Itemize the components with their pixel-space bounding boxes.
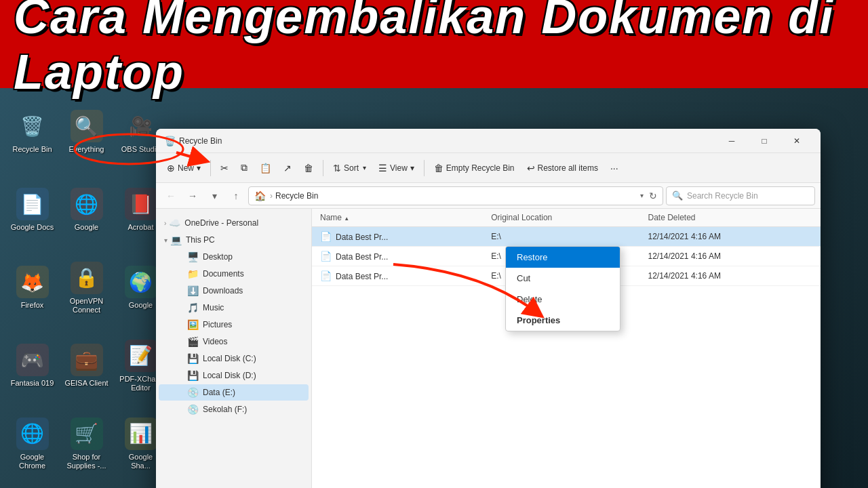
context-menu-item-delete[interactable]: Delete [506, 289, 620, 310]
sidebar-item-sekolah-f[interactable]: 💿 Sekolah (F:) [159, 401, 309, 418]
sidebar-item-this-pc[interactable]: ▾ 💻 This PC [159, 232, 309, 248]
desktop-icon-hp-ink[interactable]: 🖨️ HP Photo Creations [61, 485, 112, 488]
maximize-button[interactable]: □ [749, 131, 780, 150]
sidebar-icon-downloads: ⬇️ [187, 285, 199, 296]
window-icon: 🗑️ [164, 136, 175, 146]
icon-label-everything: Everything [69, 145, 104, 154]
file-icon-2: 📄 [320, 270, 332, 281]
sidebar-item-local-d[interactable]: 💾 Local Disk (D:) [159, 367, 309, 384]
desktop-icon-everything[interactable]: 🔍 Everything [61, 95, 112, 169]
sidebar-label-local-d: Local Disk (D:) [203, 371, 256, 380]
refresh-icon[interactable]: ↻ [649, 190, 657, 201]
context-menu: RestoreCutDeleteProperties [505, 246, 620, 331]
icon-image-acrobat: 📕 [125, 188, 157, 220]
table-row[interactable]: 📄Data Best Pr... E:\ 12/14/2021 4:16 AM [312, 227, 821, 247]
nav-bar: ← → ▾ ↑ 🏠 › Recycle Bin ▾ ↻ 🔍 Search Rec… [156, 183, 821, 209]
address-text: Recycle Bin [275, 191, 318, 201]
sidebar-icon-music: 🎵 [187, 302, 199, 313]
address-bar[interactable]: 🏠 › Recycle Bin ▾ ↻ [248, 186, 663, 205]
minimize-button[interactable]: ─ [716, 131, 747, 150]
sidebar-item-onedrive[interactable]: › ☁️ OneDrive - Personal [159, 215, 309, 231]
file-name-1: 📄Data Best Pr... [312, 247, 483, 266]
sidebar-item-pictures[interactable]: 🖼️ Pictures [159, 317, 309, 333]
up-button[interactable]: ↑ [226, 186, 245, 205]
new-icon: ⊕ [167, 163, 175, 174]
sidebar-icon-sekolah-f: 💿 [187, 404, 199, 415]
desktop-icon-firefox[interactable]: 🦊 Firefox [7, 251, 58, 325]
copy-button[interactable]: ⧉ [235, 159, 253, 176]
sidebar-label-data-e: Data (E:) [203, 388, 235, 397]
sidebar-icon-desktop: 🖥️ [187, 251, 199, 262]
col-location[interactable]: Original Location [483, 209, 639, 227]
sidebar-icon-documents: 📁 [187, 268, 199, 279]
desktop-icon-fantasia[interactable]: 🎮 Fantasia 019 [7, 329, 58, 403]
window-title: Recycle Bin [179, 136, 716, 146]
sidebar-label-desktop: Desktop [203, 252, 233, 262]
sort-button[interactable]: ⇅ Sort ▾ [328, 160, 372, 176]
desktop-icon-google-chrome-shortcut[interactable]: 🌐 Google [61, 173, 112, 247]
desktop-icon-geisa[interactable]: 💼 GEISA Client [61, 329, 112, 403]
sidebar-icon-onedrive: ☁️ [169, 218, 180, 228]
sidebar-icon-data-e: 💿 [187, 387, 199, 398]
view-button[interactable]: ☰ View ▾ [373, 160, 420, 176]
context-menu-item-restore[interactable]: Restore [506, 247, 620, 268]
empty-recycle-button[interactable]: 🗑 Empty Recycle Bin [429, 160, 520, 176]
desktop-icon-shop-supplies[interactable]: 🛒 Shop for Supplies -... [61, 407, 112, 481]
toolbar: ⊕ New ▾ ✂ ⧉ 📋 ↗ 🗑 ⇅ Sort [156, 153, 821, 183]
icon-label-fantasia: Fantasia 019 [11, 379, 54, 388]
icon-label-google-chrome-shortcut: Google [75, 223, 98, 232]
more-button[interactable]: ··· [605, 160, 624, 176]
file-date-1: 12/14/2021 4:16 AM [639, 247, 821, 266]
desktop-icon-google-docs[interactable]: 📄 Google Docs [7, 173, 58, 247]
col-date[interactable]: Date Deleted [639, 209, 821, 227]
paste-button[interactable]: 📋 [254, 160, 277, 176]
toolbar-sep-1 [210, 160, 211, 176]
search-bar[interactable]: 🔍 Search Recycle Bin [666, 186, 815, 205]
icon-label-google-docs: Google Docs [11, 223, 54, 232]
icon-label-obs-studio: OBS Studio [121, 145, 160, 154]
desktop-icon-openvpn[interactable]: 🔒 OpenVPN Connect [61, 251, 112, 325]
main-content: › ☁️ OneDrive - Personal ▾ 💻 This PC 🖥️ … [156, 209, 821, 488]
context-menu-item-cut[interactable]: Cut [506, 268, 620, 289]
new-button[interactable]: ⊕ New ▾ [161, 160, 206, 176]
sidebar-label-music: Music [203, 303, 224, 312]
desktop-icon-scan[interactable]: 📠 oCan Box 4.9 [7, 485, 58, 488]
desktop-icons-grid: 🗑️ Recycle Bin 🔍 Everything 🎥 OBS Studio… [0, 88, 163, 488]
sidebar-item-videos[interactable]: 🎬 Videos [159, 333, 309, 350]
sidebar-item-downloads[interactable]: ⬇️ Downloads [159, 283, 309, 299]
sidebar-item-data-e[interactable]: 💿 Data (E:) [159, 384, 309, 401]
desktop-icon-google-chrome[interactable]: 🌐 Google Chrome [7, 407, 58, 481]
file-location-0: E:\ [483, 227, 639, 247]
col-name[interactable]: Name ▲ [312, 209, 483, 227]
restore-icon: ↩ [527, 163, 535, 174]
delete-button[interactable]: 🗑 [298, 160, 319, 176]
desktop-area: 🗑️ Recycle Bin 🔍 Everything 🎥 OBS Studio… [0, 88, 868, 488]
sidebar-item-documents[interactable]: 📁 Documents [159, 266, 309, 282]
icon-image-pdf-xchange: 📝 [125, 340, 157, 372]
delete-icon: 🗑 [304, 163, 313, 174]
file-date-2: 12/14/2021 4:16 AM [639, 266, 821, 286]
share-button[interactable]: ↗ [278, 160, 297, 176]
icon-label-openvpn: OpenVPN Connect [64, 297, 108, 314]
icon-label-google-chrome: Google Chrome [10, 453, 54, 470]
restore-all-button[interactable]: ↩ Restore all items [521, 160, 604, 176]
file-date-0: 12/14/2021 4:16 AM [639, 227, 821, 247]
close-button[interactable]: ✕ [781, 131, 812, 150]
cut-button[interactable]: ✂ [215, 160, 234, 176]
file-icon-1: 📄 [320, 251, 332, 262]
sidebar-arrow-this-pc: ▾ [164, 237, 167, 244]
desktop-icon-recycle-bin[interactable]: 🗑️ Recycle Bin [7, 95, 58, 169]
copy-icon: ⧉ [241, 162, 248, 174]
sidebar-item-local-c[interactable]: 💾 Local Disk (C:) [159, 350, 309, 367]
address-dropdown[interactable]: ▾ [640, 192, 644, 199]
back-button[interactable]: ← [161, 186, 180, 205]
sidebar-label-local-c: Local Disk (C:) [203, 354, 256, 363]
forward-button[interactable]: → [183, 186, 202, 205]
recent-button[interactable]: ▾ [205, 186, 224, 205]
context-menu-item-properties[interactable]: Properties [506, 310, 620, 331]
sidebar: › ☁️ OneDrive - Personal ▾ 💻 This PC 🖥️ … [156, 209, 312, 488]
sidebar-label-downloads: Downloads [203, 286, 243, 296]
window-controls: ─ □ ✕ [716, 131, 812, 150]
sidebar-item-music[interactable]: 🎵 Music [159, 300, 309, 316]
sidebar-item-desktop[interactable]: 🖥️ Desktop [159, 249, 309, 265]
